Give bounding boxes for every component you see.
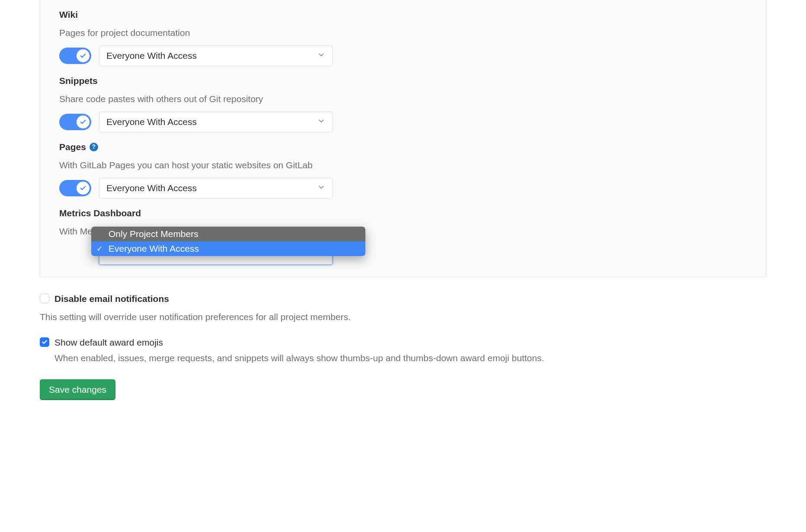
wiki-access-select[interactable]: Everyone With Access: [99, 45, 333, 66]
pages-toggle[interactable]: [59, 180, 91, 196]
pages-title: Pages: [59, 140, 86, 154]
dropdown-option-label: Only Project Members: [109, 227, 198, 241]
section-pages: Pages ? With GitLab Pages you can host y…: [59, 132, 747, 199]
settings-panel: Wiki Pages for project documentation Eve…: [40, 0, 766, 277]
check-icon: [77, 115, 90, 128]
dropdown-option-label: Everyone With Access: [109, 242, 199, 256]
pages-access-value: Everyone With Access: [106, 181, 197, 195]
wiki-access-value: Everyone With Access: [106, 49, 197, 63]
disable-email-desc: This setting will override user notifica…: [40, 310, 766, 324]
award-emojis-row: Show default award emojis: [40, 336, 766, 349]
pages-desc: With GitLab Pages you can host your stat…: [59, 158, 747, 172]
help-icon[interactable]: ?: [90, 143, 98, 151]
save-changes-button[interactable]: Save changes: [40, 379, 115, 400]
disable-email-row: Disable email notifications: [40, 292, 766, 306]
chevron-down-icon: [317, 181, 325, 195]
disable-email-label: Disable email notifications: [54, 292, 169, 306]
wiki-title: Wiki: [59, 8, 747, 22]
chevron-down-icon: [317, 49, 325, 63]
save-button-label: Save changes: [49, 385, 106, 395]
snippets-title: Snippets: [59, 74, 747, 88]
snippets-toggle[interactable]: [59, 114, 91, 130]
snippets-access-value: Everyone With Access: [106, 115, 197, 129]
wiki-toggle[interactable]: [59, 48, 91, 64]
section-snippets: Snippets Share code pastes with others o…: [59, 66, 747, 132]
award-emojis-label: Show default award emojis: [54, 336, 163, 349]
pages-access-select[interactable]: Everyone With Access: [99, 178, 333, 199]
section-wiki: Wiki Pages for project documentation Eve…: [59, 0, 747, 66]
check-icon: [77, 49, 90, 62]
metrics-access-dropdown: Only Project Members ✓ Everyone With Acc…: [91, 227, 365, 256]
chevron-down-icon: [317, 115, 325, 129]
award-emojis-desc: When enabled, issues, merge requests, an…: [54, 351, 766, 365]
additional-settings: Disable email notifications This setting…: [40, 292, 766, 400]
dropdown-option-everyone-with-access[interactable]: ✓ Everyone With Access: [91, 241, 365, 256]
snippets-access-select[interactable]: Everyone With Access: [99, 112, 333, 132]
check-icon: ✓: [96, 243, 103, 255]
snippets-desc: Share code pastes with others out of Git…: [59, 92, 747, 106]
award-emojis-checkbox[interactable]: [40, 337, 49, 347]
dropdown-option-only-project-members[interactable]: Only Project Members: [91, 227, 365, 241]
disable-email-checkbox[interactable]: [40, 294, 49, 303]
wiki-desc: Pages for project documentation: [59, 26, 747, 40]
check-icon: [77, 182, 90, 195]
metrics-title: Metrics Dashboard: [59, 206, 747, 220]
